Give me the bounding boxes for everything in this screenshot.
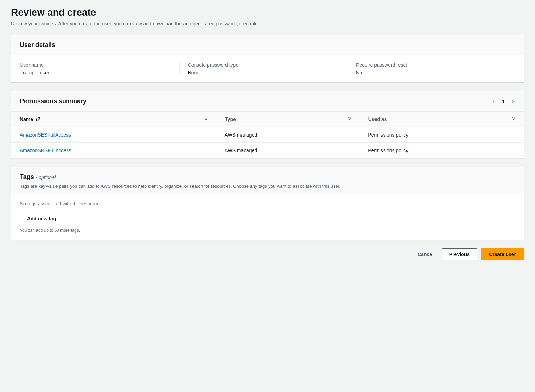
permissions-header: Permissions summary <box>20 98 87 105</box>
policy-link[interactable]: AmazonSESFullAccess <box>20 132 71 138</box>
user-detail-username: User name example-user <box>20 62 180 75</box>
add-tag-button[interactable]: Add new tag <box>20 213 63 224</box>
detail-label: User name <box>20 62 172 68</box>
tags-optional-label: - optional <box>36 174 56 180</box>
tags-panel: Tags - optional Tags are key-value pairs… <box>11 167 524 240</box>
no-tags-message: No tags associated with the resource. <box>20 201 515 206</box>
table-row: AmazonSESFullAccess AWS managed Permissi… <box>11 127 524 143</box>
detail-label: Console password type <box>188 62 340 68</box>
tags-header-text: Tags <box>20 173 34 180</box>
page-title: Review and create <box>11 7 524 18</box>
page-subtitle: Review your choices. After you create th… <box>11 21 524 26</box>
sort-asc-icon: ▲ <box>204 116 208 120</box>
footer-actions: Cancel Previous Create user <box>11 248 524 260</box>
sort-icon: ▽ <box>512 116 515 120</box>
col-name-label: Name <box>20 116 33 122</box>
user-detail-reset: Require password reset No <box>356 62 515 75</box>
policy-type: AWS managed <box>216 143 360 158</box>
col-used-as-label: Used as <box>368 116 387 122</box>
sort-icon: ▽ <box>348 116 351 120</box>
pager-next-icon[interactable] <box>510 99 515 104</box>
cancel-button[interactable]: Cancel <box>413 249 438 260</box>
col-type[interactable]: Type ▽ <box>216 112 360 127</box>
policy-used-as: Permissions policy <box>360 127 524 143</box>
col-name[interactable]: Name ▲ <box>11 112 216 127</box>
create-user-button[interactable]: Create user <box>481 248 524 260</box>
user-details-panel: User details User name example-user Cons… <box>11 35 524 83</box>
user-details-header: User details <box>20 41 55 49</box>
tags-description: Tags are key-value pairs you can add to … <box>20 183 515 189</box>
policy-used-as: Permissions policy <box>360 143 524 158</box>
permissions-panel: Permissions summary 1 Name <box>11 91 524 158</box>
user-detail-password-type: Console password type None <box>188 62 348 75</box>
detail-value: example-user <box>20 70 172 75</box>
previous-button[interactable]: Previous <box>442 248 477 260</box>
col-used-as[interactable]: Used as ▽ <box>360 112 524 127</box>
permissions-table: Name ▲ Type ▽ Used as ▽ <box>11 112 524 158</box>
detail-value: None <box>188 70 340 75</box>
tags-hint: You can add up to 50 more tags. <box>20 228 515 233</box>
col-type-label: Type <box>225 116 236 122</box>
policy-link[interactable]: AmazonSNSFullAccess <box>20 148 71 153</box>
detail-value: No <box>356 70 508 75</box>
pager-prev-icon[interactable] <box>492 99 496 104</box>
tags-header: Tags - optional <box>20 173 56 180</box>
permissions-pager: 1 <box>492 99 515 104</box>
table-row: AmazonSNSFullAccess AWS managed Permissi… <box>11 143 524 158</box>
policy-type: AWS managed <box>216 127 360 143</box>
detail-label: Require password reset <box>356 62 508 68</box>
external-link-icon <box>36 117 41 122</box>
pager-page-number: 1 <box>502 99 505 104</box>
